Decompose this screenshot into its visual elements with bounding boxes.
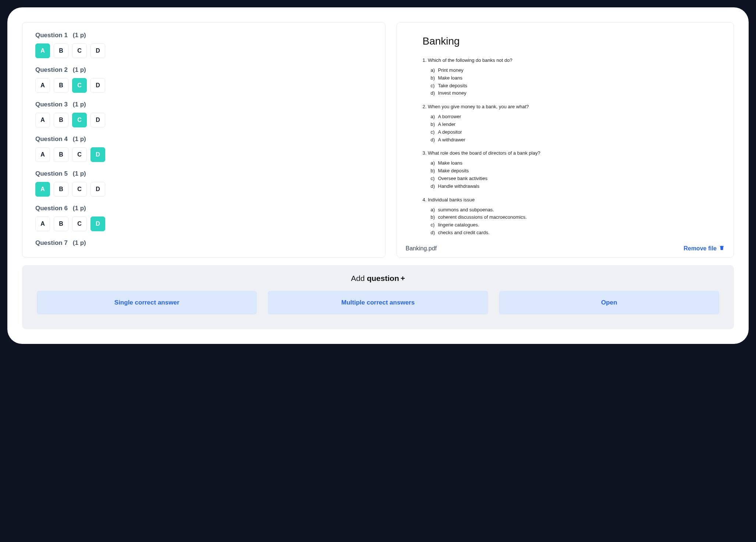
doc-option: d)A withdrawer xyxy=(431,136,708,144)
doc-option-text: Make deposits xyxy=(438,168,469,173)
doc-option: c)lingerie catalogues. xyxy=(431,221,708,229)
question-block: Question 7(1 p)ABCD xyxy=(35,239,367,248)
doc-option-text: lingerie catalogues. xyxy=(438,222,479,228)
document-footer: Banking.pdf Remove file xyxy=(397,239,734,257)
answer-option-c[interactable]: C xyxy=(72,43,87,58)
answer-option-c[interactable]: C xyxy=(72,147,87,162)
answer-option-a[interactable]: A xyxy=(35,147,50,162)
doc-option-letter: c) xyxy=(431,82,438,90)
answer-option-a[interactable]: A xyxy=(35,113,50,127)
answer-option-d[interactable]: D xyxy=(90,113,105,127)
question-type-row: Single correct answerMultiple correct an… xyxy=(37,291,719,314)
question-header: Question 6(1 p) xyxy=(35,205,367,212)
document-scroll[interactable]: Banking 1. Which of the following do ban… xyxy=(397,22,734,239)
doc-option-text: Handle withdrawals xyxy=(438,183,480,189)
doc-question: 4. Individual banks issue xyxy=(423,197,708,203)
answer-row: ABCD xyxy=(35,217,367,231)
doc-option: b)Make deposits xyxy=(431,167,708,175)
doc-question: 3. What role does the board of directors… xyxy=(423,150,708,156)
doc-options: a)Make loansb)Make depositsc)Oversee ban… xyxy=(423,159,708,190)
answer-option-d[interactable]: D xyxy=(90,78,105,93)
question-header: Question 4(1 p) xyxy=(35,136,367,143)
add-question-bold: question xyxy=(367,274,399,282)
question-type-button[interactable]: Single correct answer xyxy=(37,291,257,314)
question-label: Question 3 xyxy=(35,101,68,108)
answer-option-b[interactable]: B xyxy=(54,182,68,197)
app-frame: Question 1(1 p)ABCDQuestion 2(1 p)ABCDQu… xyxy=(7,7,749,344)
answer-option-b[interactable]: B xyxy=(54,43,68,58)
question-header: Question 5(1 p) xyxy=(35,170,367,177)
answer-option-c[interactable]: C xyxy=(72,78,87,93)
answer-row: ABCD xyxy=(35,43,367,58)
doc-option-text: Oversee bank activities xyxy=(438,176,487,181)
question-points: (1 p) xyxy=(73,101,86,108)
doc-option-letter: b) xyxy=(431,121,438,129)
doc-option: b)coherent discussions of macroeconomics… xyxy=(431,214,708,221)
question-label: Question 4 xyxy=(35,136,68,143)
answer-option-c[interactable]: C xyxy=(72,217,87,231)
trash-icon xyxy=(719,245,725,252)
answer-key-panel: Question 1(1 p)ABCDQuestion 2(1 p)ABCDQu… xyxy=(22,22,386,258)
doc-option-letter: a) xyxy=(431,67,438,74)
doc-option-letter: b) xyxy=(431,74,438,82)
answer-option-b[interactable]: B xyxy=(54,78,68,93)
doc-option-letter: b) xyxy=(431,167,438,175)
answer-option-a[interactable]: A xyxy=(35,43,50,58)
document-filename: Banking.pdf xyxy=(406,245,437,252)
question-header: Question 7(1 p) xyxy=(35,239,367,247)
doc-option-letter: c) xyxy=(431,175,438,183)
doc-option-letter: c) xyxy=(431,221,438,229)
top-row: Question 1(1 p)ABCDQuestion 2(1 p)ABCDQu… xyxy=(22,22,734,258)
question-points: (1 p) xyxy=(73,32,86,39)
question-type-button[interactable]: Multiple correct answers xyxy=(268,291,488,314)
question-header: Question 3(1 p) xyxy=(35,101,367,108)
question-block: Question 5(1 p)ABCD xyxy=(35,170,367,197)
doc-option-letter: a) xyxy=(431,206,438,214)
doc-option: d)Invest money xyxy=(431,89,708,97)
answer-option-a[interactable]: A xyxy=(35,217,50,231)
answer-option-d[interactable]: D xyxy=(90,43,105,58)
question-block: Question 1(1 p)ABCD xyxy=(35,32,367,58)
document-body: 1. Which of the following do banks not d… xyxy=(423,57,708,239)
answer-option-c[interactable]: C xyxy=(72,113,87,127)
question-label: Question 6 xyxy=(35,205,68,212)
answer-row: ABCD xyxy=(35,113,367,127)
question-header: Question 1(1 p) xyxy=(35,32,367,39)
doc-question: 1. Which of the following do banks not d… xyxy=(423,57,708,63)
answer-option-d[interactable]: D xyxy=(90,217,105,231)
doc-option-text: A withdrawer xyxy=(438,137,465,142)
answer-key-scroll[interactable]: Question 1(1 p)ABCDQuestion 2(1 p)ABCDQu… xyxy=(35,32,372,248)
question-block: Question 2(1 p)ABCD xyxy=(35,66,367,93)
add-question-title: Add question+ xyxy=(37,274,719,283)
doc-option-text: Take deposits xyxy=(438,83,468,88)
doc-option-letter: a) xyxy=(431,159,438,167)
question-points: (1 p) xyxy=(73,66,86,74)
answer-option-a[interactable]: A xyxy=(35,78,50,93)
doc-option-text: checks and credit cards. xyxy=(438,230,490,235)
answer-option-c[interactable]: C xyxy=(72,182,87,197)
answer-row: ABCD xyxy=(35,182,367,197)
doc-option-letter: d) xyxy=(431,136,438,144)
doc-option-letter: a) xyxy=(431,113,438,121)
doc-option-text: coherent discussions of macroeconomics. xyxy=(438,214,527,220)
answer-option-d[interactable]: D xyxy=(90,147,105,162)
question-label: Question 5 xyxy=(35,170,68,177)
answer-option-b[interactable]: B xyxy=(54,113,68,127)
remove-file-button[interactable]: Remove file xyxy=(684,245,725,252)
doc-option-text: Make loans xyxy=(438,160,462,166)
doc-option-letter: d) xyxy=(431,89,438,97)
question-type-button[interactable]: Open xyxy=(499,291,719,314)
doc-option: a)summons and subpoenas. xyxy=(431,206,708,214)
question-block: Question 3(1 p)ABCD xyxy=(35,101,367,127)
answer-option-b[interactable]: B xyxy=(54,147,68,162)
answer-option-b[interactable]: B xyxy=(54,217,68,231)
answer-option-a[interactable]: A xyxy=(35,182,50,197)
document-title: Banking xyxy=(423,35,708,47)
doc-option: b)A lender xyxy=(431,121,708,129)
document-panel: Banking 1. Which of the following do ban… xyxy=(397,22,734,258)
doc-option: c)Take deposits xyxy=(431,82,708,90)
doc-option-text: summons and subpoenas. xyxy=(438,207,494,212)
question-block: Question 6(1 p)ABCD xyxy=(35,205,367,231)
add-question-panel: Add question+ Single correct answerMulti… xyxy=(22,265,734,329)
answer-option-d[interactable]: D xyxy=(90,182,105,197)
